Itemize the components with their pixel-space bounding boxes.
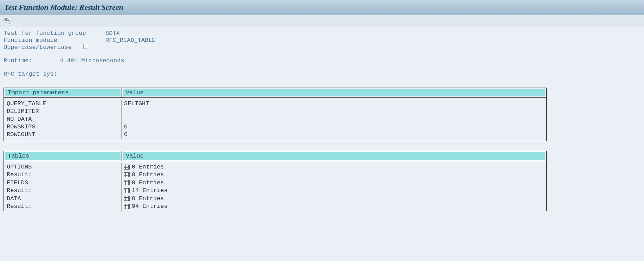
table-row: DATA 0 Entries [4,195,546,203]
toolbar [0,15,644,26]
import-col2-header: Value [123,89,545,96]
value-function-module: RFC_READ_TABLE [105,37,156,44]
table-row: ROWCOUNT 0 [4,131,546,139]
param-value: 0 [122,123,546,131]
tables-entries[interactable]: 0 Entries [122,163,546,171]
table-entries-icon [124,171,130,178]
label-function-module: Function module [4,37,105,44]
table-row: DELIMITER [4,108,546,115]
table-entries-icon [124,179,130,186]
tables-result-entries[interactable]: 94 Entries [122,203,546,210]
tables-entries[interactable]: 0 Entries [122,179,546,187]
display-icon[interactable] [3,17,11,25]
param-name: QUERY_TABLE [4,100,122,108]
tables-name: FIELDS [4,179,122,187]
table-row-result: Result: 94 Entries [4,203,546,210]
import-col1-header: Import parameters [5,89,121,96]
tables-col2-header: Value [123,152,545,160]
label-runtime: Runtime: [4,57,60,64]
window-title-bar: Test Function Module: Result Screen [0,0,644,15]
table-row-result: Result: 14 Entries [4,187,546,195]
table-entries-icon [124,164,130,171]
tables-name: OPTIONS [4,163,122,171]
info-row-case: Uppercase/Lowercase [4,44,640,51]
table-row: OPTIONS 0 Entries [4,163,546,171]
table-row: QUERY_TABLE SFLIGHT [4,100,546,108]
info-row-function-module: Function module RFC_READ_TABLE [4,37,640,44]
case-checkbox[interactable] [83,44,88,49]
tables-table: Tables Value OPTIONS 0 Entries Result: 0… [4,151,547,211]
value-runtime: 4.491 Microseconds [60,57,124,64]
info-row-rfc: RFC target sys: [4,71,640,78]
tables-name: DATA [4,195,122,203]
table-row-result: Result: 0 Entries [4,171,546,179]
param-value: SFLIGHT [122,100,546,108]
value-function-group: SDTX [105,30,120,37]
table-entries-icon [124,203,130,210]
info-row-function-group: Test for function group SDTX [4,30,640,37]
table-row: NO_DATA [4,115,546,123]
table-entries-icon [124,187,130,194]
param-name: DELIMITER [4,108,122,115]
tables-result-entries[interactable]: 0 Entries [122,171,546,179]
param-name: ROWSKIPS [4,123,122,131]
table-row: ROWSKIPS 0 [4,123,546,131]
result-label: Result: [4,187,122,195]
tables-entries[interactable]: 0 Entries [122,195,546,203]
param-name: NO_DATA [4,115,122,123]
svg-line-4 [9,23,10,23]
tables-result-entries[interactable]: 14 Entries [122,187,546,195]
param-value [122,108,546,115]
param-name: ROWCOUNT [4,131,122,139]
table-row: FIELDS 0 Entries [4,179,546,187]
import-parameters-table: Import parameters Value QUERY_TABLE SFLI… [4,88,547,141]
result-label: Result: [4,203,122,210]
info-row-runtime: Runtime: 4.491 Microseconds [4,57,640,64]
content-area: Test for function group SDTX Function mo… [0,26,644,214]
label-case: Uppercase/Lowercase [4,44,83,51]
window-title: Test Function Module: Result Screen [4,3,123,12]
result-label: Result: [4,171,122,179]
table-entries-icon [124,195,130,202]
tables-col1-header: Tables [5,152,121,160]
svg-rect-2 [5,20,7,21]
svg-point-3 [7,20,9,23]
svg-rect-1 [5,19,7,20]
label-function-group: Test for function group [4,30,105,37]
param-value [122,115,546,123]
param-value: 0 [122,131,546,139]
label-rfc: RFC target sys: [4,71,105,78]
